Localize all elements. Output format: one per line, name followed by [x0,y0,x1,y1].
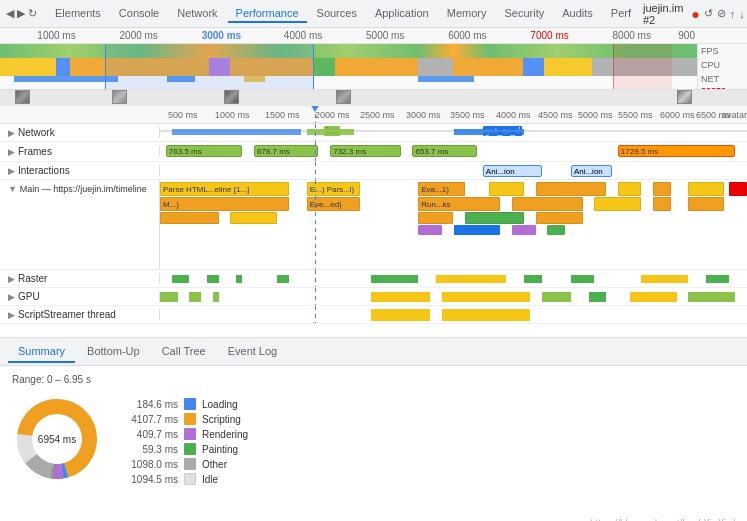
main-tabs: Elements Console Network Performance Sou… [47,5,639,23]
scriptstreamer-content [160,306,747,323]
interactions-content: Ani...ion Ani...ion [160,162,747,179]
main-expand-icon[interactable]: ▼ [8,184,17,194]
flame-r4-2 [454,225,501,235]
interactions-expand-icon[interactable]: ▶ [8,166,15,176]
gpu-expand-icon[interactable]: ▶ [8,292,15,302]
main-thread-label[interactable]: ▼ Main — https://juejin.im/timeline [0,180,160,269]
net-req-2 [307,129,354,135]
url-label: juejin.im #2 [643,2,683,26]
tab-network[interactable]: Network [169,5,225,23]
rendering-color-box [184,428,196,440]
interaction-1: Ani...ion [483,165,542,177]
scriptstreamer-label[interactable]: ▶ ScriptStreamer thread [0,309,160,320]
interaction-2: Ani...ion [571,165,612,177]
top-bar: ◀ ▶ ↻ Elements Console Network Performan… [0,0,747,28]
clear-icon[interactable]: ⊘ [717,7,726,20]
overview-content[interactable]: FPS CPU NET 82950 [0,44,747,90]
loading-color-box [184,398,196,410]
gpu-bar-7 [589,292,607,302]
frames-label[interactable]: ▶ Frames [0,146,160,157]
summary-legend: 184.6 ms Loading 4107.7 ms Scripting 409… [118,398,735,521]
red-perf-region [613,44,673,90]
tab-security[interactable]: Security [496,5,552,23]
flame-r2-b2 [594,197,641,211]
network-cursor [315,124,316,141]
net-req-3 [454,129,524,135]
flame-r3-5 [536,212,583,224]
record-icon[interactable]: ● [691,6,699,22]
screenshot-thumb-2 [112,90,127,104]
flame-r3-1 [160,212,219,224]
tab-call-tree[interactable]: Call Tree [152,341,216,363]
idle-color-box [184,473,196,485]
ss-bar-2 [442,309,530,321]
tab-audits[interactable]: Audits [554,5,601,23]
raster-bar-8 [571,275,594,283]
network-expand-icon[interactable]: ▶ [8,128,15,138]
tab-summary[interactable]: Summary [8,341,75,363]
top-bar-right: juejin.im #2 ● ↺ ⊘ ↑ ↓ Screenshots Memor… [643,2,747,26]
screenshot-thumb-4 [336,90,351,104]
scriptstreamer-expand-icon[interactable]: ▶ [8,310,15,320]
ruler-mark-8: 8000 ms [613,30,651,41]
download-icon[interactable]: ↓ [739,8,745,20]
reload-record-icon[interactable]: ↺ [704,7,713,20]
frames-track: ▶ Frames 763.5 ms 678.7 ms 732.3 ms 653.… [0,142,747,162]
legend-row-scripting: 4107.7 ms Scripting [118,413,735,425]
frames-expand-icon[interactable]: ▶ [8,147,15,157]
flame-b5 [688,182,723,196]
scripting-label: Scripting [202,414,241,425]
tab-bottom-up[interactable]: Bottom-Up [77,341,150,363]
overview-right-labels: FPS CPU NET 82950 [697,44,747,90]
loading-ms: 184.6 ms [118,399,178,410]
raster-label[interactable]: ▶ Raster [0,273,160,284]
upload-icon[interactable]: ↑ [730,8,736,20]
network-label[interactable]: ▶ Network [0,127,160,138]
flame-r3-4 [465,212,524,224]
tab-memory[interactable]: Memory [439,5,495,23]
flame-b3 [618,182,641,196]
flame-m: M...) [160,197,289,211]
interactions-track: ▶ Interactions Ani...ion Ani...ion [0,162,747,180]
range-label: Range: 0 – 6.95 s [12,374,91,385]
raster-bar-2 [207,275,219,283]
gpu-bar-3 [213,292,219,302]
tab-sources[interactable]: Sources [309,5,365,23]
flame-r2-b3 [653,197,671,211]
r-500: 500 ms [168,110,198,120]
refresh-icon[interactable]: ↻ [28,7,37,20]
raster-cursor [315,270,316,287]
back-icon[interactable]: ◀ [6,7,14,20]
legend-row-idle: 1094.5 ms Idle [118,473,735,485]
main-tracks-area: 500 ms 1000 ms 1500 ms 2000 ms 2500 ms 3… [0,106,747,338]
r-4000: 4000 ms [496,110,531,120]
tab-elements[interactable]: Elements [47,5,109,23]
gpu-bar-8 [630,292,677,302]
painting-ms: 59.3 ms [118,444,178,455]
summary-panel: Range: 0 – 6.95 s 6954 ms 184.6 ms Loadi [0,366,747,521]
flame-r4-3 [512,225,535,235]
tab-application[interactable]: Application [367,5,437,23]
flame-r2-b4 [688,197,723,211]
net-label: NET [698,72,747,86]
gpu-label[interactable]: ▶ GPU [0,291,160,302]
r-avatar: avatar [722,110,747,120]
r-1500: 1500 ms [265,110,300,120]
tab-perf[interactable]: Perf [603,5,639,23]
gpu-bar-1 [160,292,178,302]
raster-content [160,270,747,287]
flame-r3-3 [418,212,453,224]
interactions-label[interactable]: ▶ Interactions [0,165,160,176]
cursor-line [315,106,316,123]
network-track: ▶ Network ion get_er_d [0,124,747,142]
cpu-label: CPU [698,58,747,72]
raster-expand-icon[interactable]: ▶ [8,274,15,284]
tab-performance[interactable]: Performance [228,5,307,23]
frames-cursor [315,142,316,161]
legend-row-other: 1098.0 ms Other [118,458,735,470]
ss-bar-1 [371,309,430,321]
tab-console[interactable]: Console [111,5,167,23]
overview-selection[interactable] [105,44,314,90]
tab-event-log[interactable]: Event Log [218,341,288,363]
forward-icon[interactable]: ▶ [17,7,25,20]
